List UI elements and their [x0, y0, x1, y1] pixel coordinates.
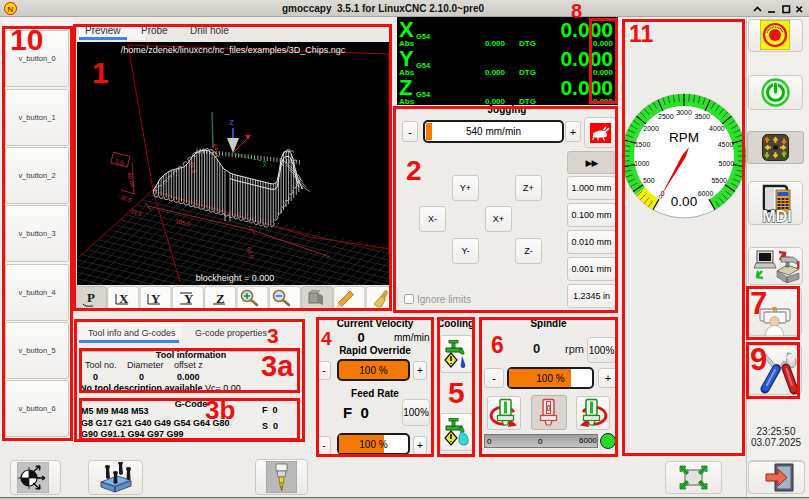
svg-text:DTG: DTG [519, 68, 536, 77]
svg-text:G54: G54 [416, 61, 431, 70]
svg-text:MDI: MDI [762, 208, 791, 223]
svg-text:G54: G54 [416, 32, 431, 41]
svg-text:G54: G54 [416, 90, 431, 99]
svg-text:0.000: 0.000 [485, 68, 506, 77]
svg-text:DTG: DTG [519, 39, 536, 48]
svg-text:0.000: 0.000 [485, 39, 506, 48]
